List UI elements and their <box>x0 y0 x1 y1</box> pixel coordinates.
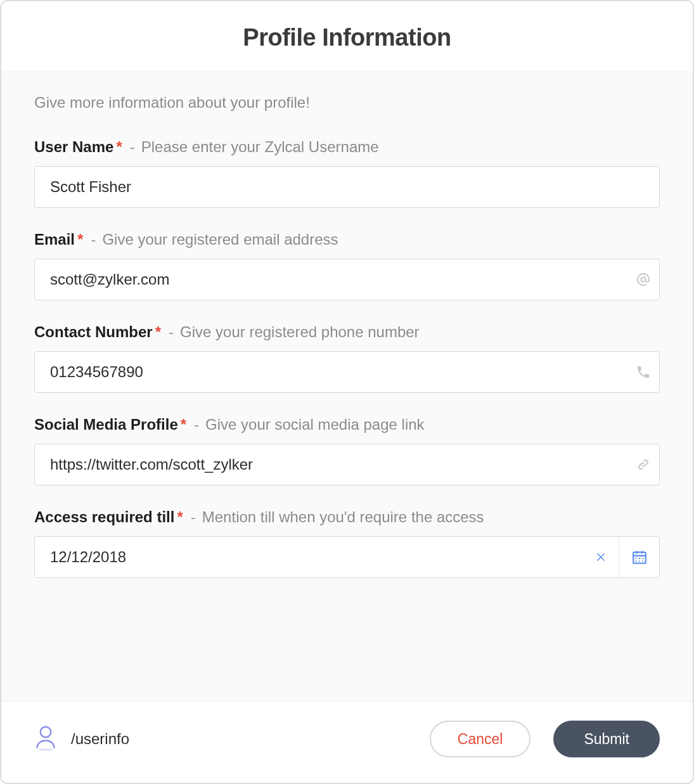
field-label-row: Access required till * - Mention till wh… <box>34 508 660 526</box>
social-label: Social Media Profile <box>34 416 178 434</box>
submit-button[interactable]: Submit <box>553 721 660 757</box>
username-label: User Name <box>34 138 113 156</box>
field-contact: Contact Number * - Give your registered … <box>34 323 660 393</box>
calendar-button[interactable] <box>619 537 659 577</box>
field-username: User Name * - Please enter your Zylcal U… <box>34 138 660 208</box>
svg-point-12 <box>41 727 51 738</box>
contact-input-wrap <box>34 351 660 393</box>
form-body: Give more information about your profile… <box>1 72 693 701</box>
clear-date-button[interactable] <box>583 537 619 577</box>
label-separator: - <box>194 416 199 434</box>
username-input[interactable] <box>35 167 659 207</box>
field-label-row: User Name * - Please enter your Zylcal U… <box>34 138 660 156</box>
social-input-wrap <box>34 444 660 485</box>
link-icon <box>627 457 659 472</box>
cancel-button[interactable]: Cancel <box>430 721 531 757</box>
intro-text: Give more information about your profile… <box>34 94 660 112</box>
page-title: Profile Information <box>1 24 693 51</box>
contact-input[interactable] <box>35 352 627 392</box>
access-hint: Mention till when you'd require the acce… <box>202 508 484 526</box>
panel-footer: /userinfo Cancel Submit <box>1 701 693 783</box>
required-mark: * <box>155 323 161 341</box>
field-email: Email * - Give your registered email add… <box>34 231 660 300</box>
social-input[interactable] <box>35 444 627 485</box>
social-hint: Give your social media page link <box>205 416 425 434</box>
email-input-wrap <box>34 259 660 300</box>
label-separator: - <box>169 323 174 341</box>
username-input-wrap <box>34 166 660 208</box>
access-date-input[interactable] <box>35 537 583 577</box>
email-hint: Give your registered email address <box>102 231 338 248</box>
username-hint: Please enter your Zylcal Username <box>141 138 379 156</box>
label-separator: - <box>130 138 135 156</box>
field-social: Social Media Profile * - Give your socia… <box>34 416 660 485</box>
label-separator: - <box>191 508 196 526</box>
svg-point-13 <box>38 749 53 750</box>
phone-icon <box>627 364 659 380</box>
label-separator: - <box>91 231 96 248</box>
contact-label: Contact Number <box>34 323 153 341</box>
required-mark: * <box>116 138 122 156</box>
field-access: Access required till * - Mention till wh… <box>34 508 660 578</box>
profile-form-panel: Profile Information Give more informatio… <box>0 0 694 784</box>
email-input[interactable] <box>35 259 627 300</box>
access-input-wrap <box>34 536 660 578</box>
required-mark: * <box>181 416 186 434</box>
field-label-row: Social Media Profile * - Give your socia… <box>34 416 660 434</box>
user-icon <box>34 724 57 754</box>
contact-hint: Give your registered phone number <box>180 323 420 341</box>
field-label-row: Email * - Give your registered email add… <box>34 231 660 248</box>
email-label: Email <box>34 231 75 248</box>
panel-header: Profile Information <box>1 1 693 72</box>
required-mark: * <box>77 231 83 248</box>
footer-path: /userinfo <box>71 730 129 748</box>
field-label-row: Contact Number * - Give your registered … <box>34 323 660 341</box>
access-label: Access required till <box>34 508 174 526</box>
at-icon <box>627 272 659 287</box>
footer-left: /userinfo <box>34 724 129 754</box>
required-mark: * <box>177 508 183 526</box>
